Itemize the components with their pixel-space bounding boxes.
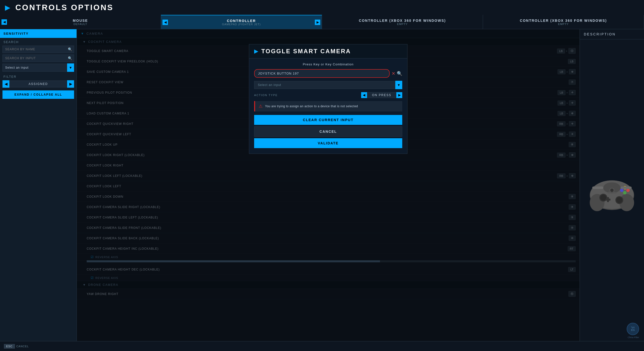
validate-button[interactable]: VALIDATE: [254, 138, 402, 148]
content-area: ▼ CAMERA ▼ COCKPIT CAMERA TOGGLE SMART C…: [77, 29, 580, 341]
filter-row: ◀ ASSIGNED ▶: [2, 80, 74, 88]
svg-point-8: [616, 197, 622, 203]
watermark-circle: 飞行音乐: [627, 323, 639, 335]
tab-mouse-name: MOUSE: [73, 18, 88, 22]
tab-xbox2[interactable]: CONTROLLER (XBOX 360 FOR WINDOWS) EMPTY: [483, 15, 644, 29]
dialog: ▶ TOGGLE SMART CAMERA Press Key or Key C…: [249, 44, 408, 154]
search-input-icon: 🔍: [68, 56, 72, 60]
svg-point-12: [626, 188, 630, 192]
top-bar: ▶ CONTROLS OPTIONS: [0, 0, 644, 15]
action-type-left-arrow[interactable]: ◀: [361, 92, 367, 98]
joystick-input-row: JOYSTICK BUTTON 197 ✕ 🔍: [254, 69, 402, 78]
search-by-name-row: 🔍: [2, 46, 74, 53]
page-title: CONTROLS OPTIONS: [15, 3, 114, 12]
main-layout: SENSITIVITY SEARCH 🔍 🔍 Select an input ▼…: [0, 29, 644, 341]
dialog-overlay: ▶ TOGGLE SMART CAMERA Press Key or Key C…: [77, 29, 580, 341]
filter-left-arrow[interactable]: ◀: [2, 80, 10, 88]
bottom-key-esc: ESC: [4, 344, 15, 348]
svg-rect-20: [613, 192, 616, 194]
select-input-row: Select an input ▼: [2, 64, 74, 72]
controller-image: [585, 168, 639, 212]
svg-point-18: [610, 188, 614, 192]
svg-point-11: [623, 191, 626, 194]
select-input-dialog-arrow[interactable]: ▼: [395, 81, 402, 89]
filter-right-arrow[interactable]: ▶: [67, 80, 74, 88]
watermark-text: China Filter: [628, 336, 639, 338]
tab-controller-name: CONTROLLER: [227, 19, 256, 23]
tab-controller[interactable]: ◀ CONTROLLER GAMEPAD (FIGHTER JET) ▶: [161, 15, 322, 29]
dialog-title: TOGGLE SMART CAMERA: [261, 48, 351, 55]
select-input-dialog-row: Select an input ▼: [254, 81, 402, 89]
cancel-button[interactable]: CANCEL: [254, 126, 402, 137]
controller-image-area: [580, 40, 644, 341]
filter-label: FILTER: [0, 72, 76, 80]
tab-mouse[interactable]: ◀ MOUSE DEFAULT: [0, 15, 161, 29]
select-input-dropdown[interactable]: Select an input: [2, 64, 67, 72]
sidebar: SENSITIVITY SEARCH 🔍 🔍 Select an input ▼…: [0, 29, 77, 341]
warning-row: ⚠ You are trying to assign an action to …: [254, 101, 402, 112]
tab-xbox1[interactable]: CONTROLLER (XBOX 360 FOR WINDOWS) EMPTY: [322, 15, 483, 29]
dialog-title-bar: ▶ TOGGLE SMART CAMERA: [249, 44, 407, 58]
action-type-right-arrow[interactable]: ▶: [396, 92, 402, 98]
bottom-label-cancel: CANCEL: [16, 345, 29, 348]
press-key-label: Press Key or Key Combination: [254, 62, 402, 66]
search-label: SEARCH: [0, 38, 76, 45]
select-input-arrow[interactable]: ▼: [67, 64, 74, 72]
joystick-search-button[interactable]: 🔍: [397, 71, 402, 76]
svg-rect-10: [606, 199, 610, 201]
tab-mouse-sub: DEFAULT: [74, 22, 88, 26]
svg-point-6: [600, 195, 606, 201]
tab-controller-arrow-right[interactable]: ▶: [315, 20, 320, 25]
title-icon: ▶: [5, 4, 10, 12]
dialog-body: Press Key or Key Combination JOYSTICK BU…: [249, 58, 407, 154]
tab-bar: ◀ MOUSE DEFAULT ◀ CONTROLLER GAMEPAD (FI…: [0, 15, 644, 29]
watermark: 飞行音乐 China Filter: [627, 323, 639, 338]
dialog-title-icon: ▶: [254, 48, 258, 54]
filter-value: ASSIGNED: [10, 80, 67, 88]
svg-rect-19: [608, 192, 611, 194]
search-name-icon: 🔍: [68, 47, 72, 51]
warning-text: You are trying to assign an action to a …: [265, 104, 358, 108]
tab-xbox1-sub: EMPTY: [397, 22, 408, 26]
description-header: DESCRIPTION: [580, 29, 644, 40]
tab-xbox1-name: CONTROLLER (XBOX 360 FOR WINDOWS): [359, 18, 446, 22]
search-by-name-input[interactable]: [2, 46, 74, 53]
joystick-input-box[interactable]: JOYSTICK BUTTON 197: [254, 69, 390, 78]
action-type-row: ACTION TYPE ◀ ON PRESS ▶: [254, 92, 402, 98]
svg-rect-16: [620, 186, 632, 189]
select-input-dialog-text[interactable]: Select an input: [254, 81, 395, 89]
tab-xbox2-name: CONTROLLER (XBOX 360 FOR WINDOWS): [520, 18, 607, 22]
tab-controller-arrow-left[interactable]: ◀: [162, 20, 168, 25]
expand-collapse-button[interactable]: EXPAND / COLLAPSE ALL: [2, 90, 74, 99]
right-panel: DESCRIPTION: [580, 29, 644, 341]
bottom-bar: ESC CANCEL: [0, 341, 644, 351]
search-by-input-row: 🔍: [2, 54, 74, 62]
action-type-label: ACTION TYPE: [254, 94, 359, 96]
warning-icon: ⚠: [258, 104, 262, 109]
tab-controller-sub: GAMEPAD (FIGHTER JET): [222, 23, 260, 26]
clear-current-input-button[interactable]: CLEAR CURRENT INPUT: [254, 115, 402, 125]
tab-xbox2-sub: EMPTY: [558, 22, 569, 26]
joystick-clear-button[interactable]: ✕: [392, 71, 395, 76]
action-type-value: ON PRESS: [367, 92, 396, 98]
svg-rect-15: [592, 186, 604, 189]
svg-point-13: [620, 188, 624, 192]
tab-mouse-arrow-left[interactable]: ◀: [2, 19, 7, 25]
search-by-input-input[interactable]: [2, 54, 74, 62]
sensitivity-button[interactable]: SENSITIVITY: [0, 29, 76, 38]
